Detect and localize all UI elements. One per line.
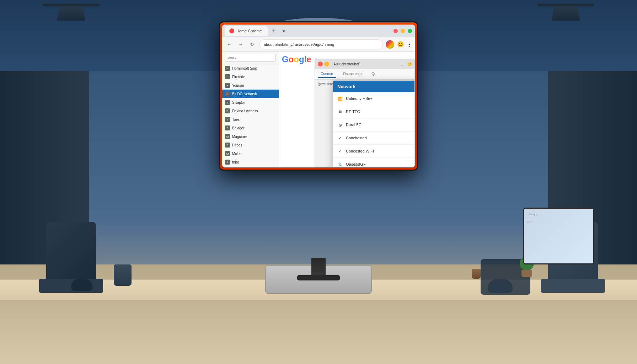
network-row-2[interactable]: ◎ Rural 5G 0.1 — 585 <box>333 118 415 132</box>
chrome-tab-active[interactable]: Home Chrome <box>225 26 268 36</box>
main-content-area: Google ⚙ AuliughrcttouboF ☰ 😊 <box>279 52 415 167</box>
extensions-icon: ★ <box>282 28 286 33</box>
net-icon-5: 📡 <box>337 161 343 167</box>
sidebar-item-4[interactable]: S Sisaplor <box>222 98 279 107</box>
window-controls <box>394 29 412 33</box>
sidebar-item-5[interactable]: D Dekino Lwitness <box>222 107 279 115</box>
secondary-window-title: AuliughrcttouboF <box>333 62 360 66</box>
window-min-btn[interactable] <box>401 29 405 33</box>
secondary-window: AuliughrcttouboF ☰ 😊 Cunnon Oanne eato Q… <box>315 59 415 167</box>
network-row-5[interactable]: 📡 OasessIGF 0.4 — 859 <box>333 158 415 167</box>
sidebar-icon-7: B <box>225 125 230 130</box>
nav-tab-qu[interactable]: Qu... <box>369 70 382 78</box>
forward-button[interactable]: → <box>236 40 245 49</box>
google-o2: o <box>294 54 299 64</box>
sidebar-item-9[interactable]: P Pirbos <box>222 141 279 149</box>
network-row-4[interactable]: ✓ Concested WIFI 0.4 — 333 <box>333 145 415 158</box>
sidebar-label-11: fhbe <box>232 160 239 164</box>
google-e: e <box>306 54 311 64</box>
nav-tab-cunnon[interactable]: Cunnon <box>318 70 336 78</box>
secondary-menu-icon[interactable]: ☰ <box>401 62 404 66</box>
secondary-min-btn[interactable] <box>324 61 329 66</box>
sidebar-icon-6: T <box>225 117 230 122</box>
sidebar-search-area <box>222 52 279 64</box>
network-row-1[interactable]: 🖥 RE TTG 0.5 — 885 <box>333 105 415 118</box>
secondary-profile-btn[interactable]: 😊 <box>407 62 412 66</box>
chrome-tab-favicon <box>229 28 234 33</box>
address-input[interactable] <box>259 39 383 49</box>
sidebar-label-5: Dekino Lwitness <box>232 109 258 113</box>
sidebar-item-1[interactable]: F Firetode <box>222 73 279 81</box>
google-g: G <box>282 54 289 64</box>
secondary-nav-bar: Cunnon Oanne eato Qu... <box>315 69 414 80</box>
plant-pot <box>521 270 532 277</box>
network-panel-title: Network <box>337 84 355 89</box>
sidebar-icon-1: F <box>225 74 230 79</box>
sidebar-item-12[interactable]: W WlaHon! <box>222 166 279 167</box>
lamp-right-icon <box>530 0 601 28</box>
sidebar-icon-5: D <box>225 108 230 113</box>
network-panel-title-bar: Network ⊟ ⚙ <box>333 81 415 92</box>
net-icon-4: ✓ <box>337 148 343 154</box>
lamp-left-icon <box>36 0 107 28</box>
net-icon-2: ◎ <box>337 122 343 128</box>
window-close-btn[interactable] <box>394 29 398 33</box>
net-name-3: Conchested <box>346 136 415 140</box>
sidebar-icon-10: M <box>225 151 230 156</box>
network-panel: Network ⊟ ⚙ 📶 Uatmonv HBe+ 2.3 — 833 🖥 <box>333 80 415 167</box>
sidebar-items-list: H Hornilksoft Sins F Firetode Y Yourian … <box>222 64 279 167</box>
chrome-browser: Home Chrome + ★ ← → ↻ 😊 ⋮ <box>222 25 415 167</box>
network-row-0[interactable]: 📶 Uatmonv HBe+ 2.3 — 833 <box>333 92 415 105</box>
sidebar-item-10[interactable]: M Mcloe <box>222 149 279 158</box>
google-g2: g <box>299 54 304 64</box>
net-icon-0: 📶 <box>337 96 343 101</box>
network-row-3[interactable]: ✓ Conchested 0.4 — 535 <box>333 132 415 145</box>
sidebar-label-9: Pirbos <box>232 143 242 147</box>
menu-icon[interactable]: ⋮ <box>407 42 412 47</box>
chrome-tab-label: Home Chrome <box>236 29 262 33</box>
sidebar-item-11[interactable]: f fhbe <box>222 158 279 166</box>
sidebar-icon-4: S <box>225 100 230 105</box>
right-monitor-text: AB 80... <box>527 212 590 218</box>
refresh-button[interactable]: ↻ <box>248 40 256 49</box>
sidebar-item-7[interactable]: B Belager <box>222 124 279 132</box>
chrome-title-bar: Home Chrome + ★ <box>222 25 415 37</box>
pen-cup <box>114 264 132 286</box>
sidebar-item-2[interactable]: Y Yourian <box>222 81 279 90</box>
mouse-right <box>488 279 513 293</box>
profile-icon[interactable]: 😊 <box>397 41 404 48</box>
secondary-close-btn[interactable] <box>318 61 323 66</box>
net-name-2: Rural 5G <box>346 123 415 127</box>
address-bar-row: ← → ↻ 😊 ⋮ <box>222 37 415 52</box>
chrome-logo-icon <box>386 40 394 49</box>
sidebar-search-input[interactable] <box>225 54 276 61</box>
secondary-title-bar: AuliughrcttouboF ☰ 😊 <box>315 59 414 69</box>
coffee-cup <box>472 269 481 279</box>
google-logo: Google <box>282 54 311 64</box>
window-max-btn[interactable] <box>408 29 412 33</box>
net-icon-3: ✓ <box>337 135 343 141</box>
chair-seat-right <box>541 279 605 293</box>
sidebar-label-3: Blt DO Nettoryb <box>232 92 257 96</box>
sidebar-label-2: Yourian <box>232 84 244 87</box>
right-monitor-screen: AB 80... ca Gi <box>524 209 593 263</box>
sidebar-item-0[interactable]: H Hornilksoft Sins <box>222 64 279 73</box>
chair-left <box>36 222 107 328</box>
right-monitor: AB 80... ca Gi <box>523 208 594 264</box>
sidebar-label-4: Sisaplor <box>232 101 245 105</box>
sidebar-label-1: Firetode <box>232 75 245 79</box>
sidebar-label-0: Hornilksoft Sins <box>232 66 257 70</box>
sidebar-icon-11: f <box>225 160 230 165</box>
sidebar-item-6[interactable]: T Toes <box>222 115 279 124</box>
monitor: Home Chrome + ★ ← → ↻ 😊 ⋮ <box>219 21 418 171</box>
sidebar-icon-9: P <box>225 143 230 148</box>
sidebar-label-8: Maguime <box>232 135 247 139</box>
net-name-5: OasessIGF <box>346 162 415 166</box>
net-name-1: RE TTG <box>346 109 415 114</box>
nav-tab-oanne[interactable]: Oanne eato <box>340 70 364 78</box>
new-tab-button[interactable]: + <box>269 27 278 35</box>
chair-back-left <box>46 222 96 286</box>
sidebar-item-8[interactable]: M Maguime <box>222 132 279 141</box>
sidebar-item-3[interactable]: B Blt DO Nettoryb <box>222 90 279 98</box>
back-button[interactable]: ← <box>225 40 234 49</box>
